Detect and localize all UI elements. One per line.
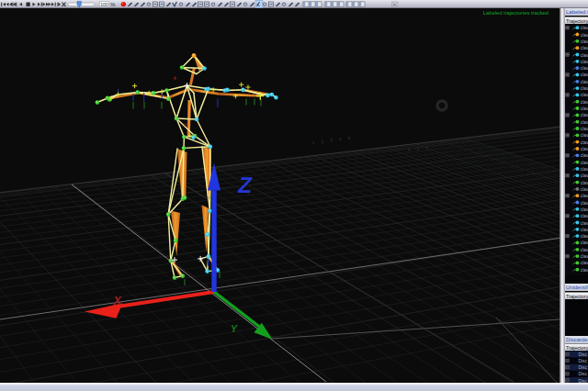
svg-text:Labeled trajectories tracked: Labeled trajectories tracked: [483, 10, 548, 16]
svg-text:clav: clav: [581, 26, 588, 30]
svg-text:Disc: Disc: [579, 372, 588, 376]
svg-text:clav: clav: [581, 254, 588, 259]
svg-text:clav: clav: [581, 181, 588, 185]
svg-text:clav: clav: [581, 214, 588, 218]
svg-text:clav: clav: [581, 66, 588, 71]
svg-text:X: X: [113, 295, 122, 307]
svg-text:clav: clav: [581, 221, 588, 226]
svg-text:clav: clav: [581, 33, 588, 38]
svg-text:clav: clav: [581, 187, 588, 192]
svg-text:Y: Y: [231, 323, 238, 334]
svg-text:clav: clav: [581, 234, 588, 239]
svg-text:Z: Z: [236, 173, 254, 197]
svg-text:clav: clav: [581, 248, 588, 252]
svg-text:clav: clav: [581, 261, 588, 265]
svg-text:Disc: Disc: [579, 359, 588, 363]
svg-text:clav: clav: [581, 194, 588, 198]
svg-text:clav: clav: [581, 147, 588, 151]
svg-text:clav: clav: [581, 167, 588, 172]
svg-text:clav: clav: [581, 46, 588, 50]
svg-text:clav: clav: [581, 228, 588, 232]
svg-text:clav: clav: [581, 173, 588, 178]
svg-text:clav: clav: [581, 153, 588, 158]
svg-text:clav: clav: [581, 161, 588, 165]
svg-text:Disc: Disc: [579, 352, 588, 357]
svg-text:clav: clav: [581, 53, 588, 58]
svg-text:clav: clav: [581, 240, 588, 245]
svg-text:clav: clav: [581, 268, 588, 273]
svg-text:clav: clav: [581, 93, 588, 97]
svg-text:clav: clav: [581, 106, 588, 111]
svg-text:100: 100: [100, 2, 108, 7]
svg-text:clav: clav: [581, 120, 588, 125]
svg-text:clav: clav: [581, 201, 588, 206]
svg-text:clav: clav: [581, 113, 588, 117]
svg-text:Disc: Disc: [579, 365, 588, 370]
svg-text:clav: clav: [581, 133, 588, 138]
svg-text:1 2 3 4 5: 1 2 3 4 5: [312, 136, 354, 145]
svg-text:clav: clav: [581, 39, 588, 44]
svg-text:%: %: [110, 2, 115, 7]
svg-text:clav: clav: [581, 86, 588, 91]
svg-text:clav: clav: [581, 127, 588, 131]
svg-text:clav: clav: [581, 60, 588, 64]
svg-text:clav: clav: [581, 140, 588, 145]
svg-text:clav: clav: [581, 100, 588, 105]
svg-text:clav: clav: [581, 207, 588, 212]
svg-text:clav: clav: [581, 73, 588, 77]
svg-text:clav: clav: [581, 80, 588, 84]
